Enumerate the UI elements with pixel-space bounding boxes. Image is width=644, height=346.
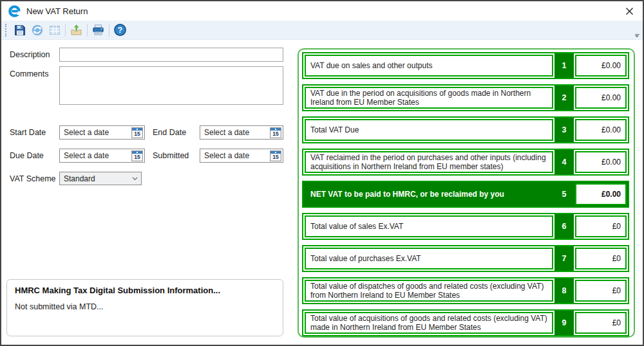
vat-box-number: 8 [554,278,574,303]
end-date-label: End Date [153,128,200,137]
vat-box-label: Total value of acquisitions of goods and… [305,312,553,334]
vat-box-row-6: Total value of sales Ex.VAT 6 £0 [302,213,629,240]
vat-box-row-7: Total value of purchases Ex.VAT 7 £0 [302,245,629,272]
vat-return-panel: VAT due on sales and other outputs 1 £0.… [298,48,635,338]
toolbar: ? [1,21,643,40]
title-bar: New VAT Return [1,1,643,21]
calendar-icon[interactable]: 15 [270,150,281,161]
new-vat-return-window: New VAT Return [0,0,644,346]
refresh-button[interactable] [28,21,46,39]
due-submitted-date-row: Due Date 15 Submitted 15 [10,149,283,163]
vat-box-label: Total VAT Due [305,119,553,141]
vat-box-value: £0 [575,215,627,237]
vat-box-row-5-net: NET VAT to be paid to HMRC, or be reclai… [302,181,629,208]
vat-box-value: £0.00 [575,119,627,141]
end-date-input[interactable] [200,128,270,137]
print-icon [91,23,105,37]
svg-text:?: ? [118,26,122,35]
vat-box-label: Total value of dispatches of goods and r… [305,280,553,302]
vat-box-value: £0.00 [575,183,627,205]
mtd-status: Not submitted via MTD... [15,302,275,311]
vat-box-value: £0.00 [575,55,627,77]
help-button[interactable]: ? [111,21,129,39]
print-button[interactable] [90,21,107,39]
toolbar-separator [109,24,109,37]
due-date-picker[interactable]: 15 [59,149,145,163]
end-date-picker[interactable]: 15 [200,125,283,140]
vat-box-number: 1 [554,53,574,78]
close-icon [625,7,634,15]
calendar-icon[interactable]: 15 [131,150,143,161]
vat-box-label: VAT due on sales and other outputs [305,55,553,77]
vat-box-number: 7 [554,246,574,271]
vat-box-number: 6 [554,214,574,239]
comments-row: Comments [10,66,283,105]
start-date-label: Start Date [10,128,59,137]
toolbar-separator [87,24,88,37]
start-date-picker[interactable]: 15 [59,125,145,140]
toolbar-overflow-icon [635,34,639,35]
vat-box-row-9: Total value of acquisitions of goods and… [302,309,629,336]
vat-box-row-3: Total VAT Due 3 £0.00 [302,116,629,143]
mtd-info-box: HMRC Making Tax Digital Submission Infor… [6,279,283,336]
vat-box-row-2: VAT due in the period on acquisitions of… [302,84,629,111]
help-icon: ? [113,23,127,37]
toolbar-grip-handle[interactable] [5,24,8,37]
vat-box-value: £0 [575,312,627,334]
upload-icon [70,23,83,37]
comments-label: Comments [10,69,59,78]
vat-scheme-label: VAT Scheme [10,174,59,183]
description-input[interactable] [59,48,283,62]
submitted-label: Submitted [153,151,200,160]
vat-scheme-row: VAT Scheme Standard [10,172,142,185]
vat-box-label: NET VAT to be paid to HMRC, or be reclai… [305,183,553,205]
vat-box-row-1: VAT due on sales and other outputs 1 £0.… [302,52,629,79]
vat-scheme-dropdown[interactable]: Standard [59,172,142,185]
window-title: New VAT Return [26,6,88,16]
vat-box-label: VAT reclaimed in the period on purchases… [305,151,553,173]
close-button[interactable] [622,4,636,18]
vat-box-label: VAT due in the period on acquisitions of… [305,87,553,109]
save-icon [14,24,26,37]
mtd-heading: HMRC Making Tax Digital Submission Infor… [15,286,275,295]
start-date-input[interactable] [60,128,131,137]
toolbar-separator [65,24,66,37]
vat-box-value: £0 [575,280,627,302]
vat-box-value: £0.00 [575,87,627,109]
vat-box-number: 9 [554,311,574,335]
submitted-date-picker[interactable]: 15 [200,149,283,163]
vat-box-row-4: VAT reclaimed in the period on purchases… [302,149,629,176]
easify-logo-icon [8,5,21,18]
calendar-icon[interactable]: 15 [270,127,281,138]
comments-input[interactable] [59,66,283,105]
vat-box-value: £0.00 [575,151,627,173]
submitted-date-input[interactable] [200,151,270,160]
vat-box-label: Total value of sales Ex.VAT [305,215,553,237]
due-date-input[interactable] [60,151,131,160]
description-label: Description [10,50,59,59]
vat-box-label: Total value of purchases Ex.VAT [305,248,553,269]
chevron-down-icon [132,177,138,181]
save-button[interactable] [11,21,28,39]
vat-box-value: £0 [575,248,627,269]
vat-box-number: 3 [554,118,574,142]
refresh-icon [31,24,44,37]
toolbar-overflow-button[interactable] [633,31,641,37]
vat-box-row-8: Total value of dispatches of goods and r… [302,277,629,304]
description-row: Description [10,48,283,62]
vat-box-number: 4 [554,150,574,174]
upload-button[interactable] [68,21,85,39]
due-date-label: Due Date [10,151,59,160]
vat-box-number: 2 [554,86,574,110]
calendar-icon[interactable]: 15 [131,127,143,138]
vat-box-number: 5 [554,182,574,206]
vat-scheme-value: Standard [64,174,95,183]
table-grid-icon [48,24,61,37]
start-end-date-row: Start Date 15 End Date 15 [10,125,283,140]
table-grid-button[interactable] [46,21,63,39]
